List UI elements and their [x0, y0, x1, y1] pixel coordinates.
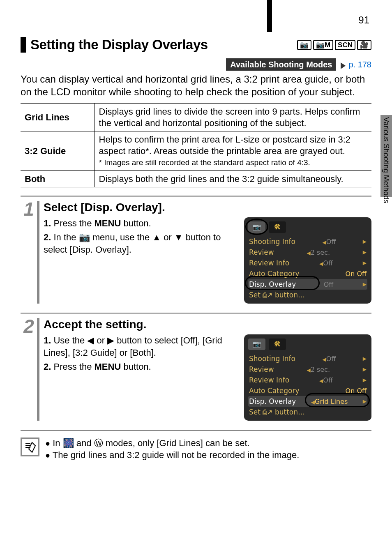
tools-tab-icon: 🛠: [269, 221, 286, 233]
menu-screenshot: 📷 🛠 Shooting Info◀Off▶ Review◀2 sec.▶ Re…: [244, 334, 371, 421]
mode-icon: 🎥: [357, 40, 371, 50]
notes-body: ● In 🎆 and Ⓦ modes, only [Grid Lines] ca…: [45, 438, 299, 461]
section-title-row: Setting the Display Overlays 📷 📷M SCN 🎥: [21, 37, 371, 53]
section-title: Setting the Display Overlays: [30, 37, 297, 53]
page-number: 91: [358, 14, 369, 26]
step-1: 1 Select [Disp. Overlay]. 1. Press the M…: [21, 196, 371, 313]
page-reference-link: p. 178: [348, 60, 371, 69]
notes-section: ● In 🎆 and Ⓦ modes, only [Grid Lines] ca…: [21, 430, 371, 461]
option-name: 3:2 Guide: [21, 131, 95, 171]
top-corner-bar: [267, 0, 272, 32]
table-row: Grid Lines Displays grid lines to divide…: [21, 104, 371, 131]
option-desc: Displays both the grid lines and the 3:2…: [95, 170, 371, 187]
option-name: Both: [21, 170, 95, 187]
side-section-label: Various Shooting Methods: [382, 117, 390, 203]
step-text: 1. Use the ◀ or ▶ button to select [Off]…: [44, 334, 238, 421]
step-2: 2 Accept the setting. 1. Use the ◀ or ▶ …: [21, 313, 371, 430]
mode-icon: 📷M: [313, 40, 333, 50]
option-desc: Helps to confirm the print area for L-si…: [95, 131, 371, 171]
intro-paragraph: You can display vertical and horizontal …: [21, 73, 371, 98]
option-desc: Displays grid lines to divide the screen…: [95, 104, 371, 131]
mode-icons: 📷 📷M SCN 🎥: [297, 40, 371, 50]
step-text: 1. Press the MENU button. 2. In the 📷 me…: [44, 217, 238, 304]
menu-screenshot: 📷 🛠 Shooting Info◀Off▶ Review◀2 sec.▶ Re…: [244, 217, 371, 304]
option-name: Grid Lines: [21, 104, 95, 131]
step-number: 2: [21, 318, 39, 421]
mode-icon: SCN: [335, 40, 355, 50]
annotation-rect-row: [245, 276, 320, 290]
step-number: 1: [21, 201, 39, 304]
annotation-rect-value: [305, 393, 370, 407]
camera-tab-icon: 📷: [248, 339, 265, 350]
options-table: Grid Lines Displays grid lines to divide…: [21, 103, 371, 187]
available-modes-label: Available Shooting Modes: [226, 58, 336, 71]
table-row: 3:2 Guide Helps to confirm the print are…: [21, 131, 371, 171]
chevron-right-icon: [341, 62, 346, 69]
note-icon: [21, 438, 39, 456]
mode-icon: 📷: [297, 40, 311, 50]
step-heading: Select [Disp. Overlay].: [44, 201, 371, 214]
tools-tab-icon: 🛠: [269, 339, 286, 350]
step-heading: Accept the setting.: [44, 318, 371, 331]
available-modes-row: Available Shooting Modes p. 178: [21, 60, 371, 69]
table-row: Both Displays both the grid lines and th…: [21, 170, 371, 187]
